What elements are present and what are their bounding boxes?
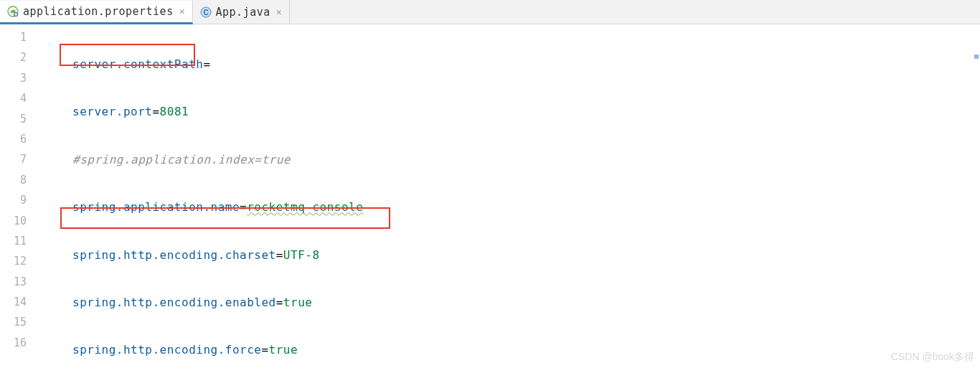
tab-app-java[interactable]: C App.java ✕: [193, 0, 290, 24]
code-line: spring.http.encoding.force=true: [72, 340, 980, 360]
scrollbar-marker: [974, 55, 979, 59]
code-editor[interactable]: 1 2 3 4 5 6 7 8 9 10 11 12 13 14 15 16 s…: [0, 24, 980, 368]
tab-application-properties[interactable]: application.properties ✕: [0, 1, 193, 24]
line-gutter: 1 2 3 4 5 6 7 8 9 10 11 12 13 14 15 16: [0, 24, 47, 368]
spring-config-icon: [7, 6, 19, 17]
line-number: 5: [0, 109, 47, 129]
watermark: CSDN @book多得: [891, 351, 974, 364]
svg-text:C: C: [203, 9, 208, 16]
line-number: 16: [0, 333, 47, 353]
line-number: 2: [0, 47, 47, 67]
code-line: server.port=8081: [72, 102, 980, 122]
code-line: spring.http.encoding.charset=UTF-8: [72, 245, 980, 265]
java-class-icon: C: [200, 6, 212, 18]
line-number: 7: [0, 149, 47, 169]
code-line: server.contextPath=: [72, 55, 980, 75]
line-number: 15: [0, 312, 47, 332]
line-number: 14: [0, 292, 47, 312]
tab-bar: application.properties ✕ C App.java ✕: [0, 0, 980, 24]
line-number: 10: [0, 211, 47, 231]
tab-label: App.java: [216, 6, 270, 19]
line-number: 8: [0, 170, 47, 190]
line-number: 1: [0, 27, 47, 47]
code-line: spring.http.encoding.enabled=true: [72, 293, 980, 313]
code-line: #spring.application.index=true: [72, 150, 980, 170]
code-line: spring.application.name=rocketmq-console: [72, 197, 980, 217]
line-number: 11: [0, 231, 47, 251]
line-number: 12: [0, 251, 47, 271]
line-number: 13: [0, 272, 47, 292]
code-area[interactable]: server.contextPath= server.port=8081 #sp…: [47, 24, 980, 368]
close-icon[interactable]: ✕: [275, 6, 283, 17]
tab-label: application.properties: [23, 5, 174, 18]
line-number: 3: [0, 68, 47, 88]
close-icon[interactable]: ✕: [178, 6, 187, 16]
line-number: 9: [0, 190, 47, 210]
line-number: 4: [0, 88, 47, 108]
line-number: 6: [0, 129, 47, 149]
